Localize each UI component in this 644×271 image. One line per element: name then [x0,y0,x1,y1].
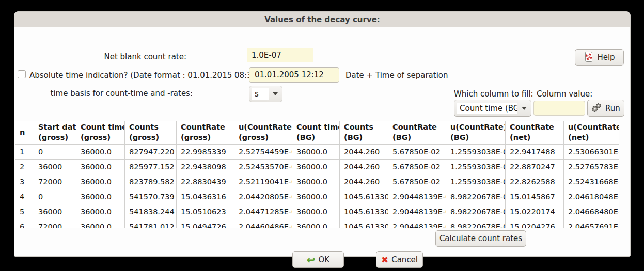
run-button-label: Run [605,104,620,113]
table-cell[interactable]: 2044.260 [340,174,388,189]
table-row[interactable]: 37200036000.0823789.58222.88304392.52119… [15,174,619,189]
table-cell[interactable]: 825977.152 [125,160,177,174]
table-cell[interactable]: 36000.0 [76,219,125,228]
table-cell[interactable]: 2.04618048E-02 [564,189,619,204]
table-cell[interactable]: 2044.260 [340,145,388,160]
table-cell[interactable]: 22.8262588 [506,174,564,189]
table-cell[interactable]: 15.0494726 [177,219,234,228]
time-basis-label: time basis for count-time and -rates: [14,89,193,98]
ok-button[interactable]: ↩ OK [292,251,344,268]
table-cell[interactable]: 36000.0 [292,174,340,189]
table-cell[interactable]: 72000 [34,219,76,228]
table-cell[interactable]: 36000.0 [76,145,125,160]
table-cell[interactable]: 15.0510623 [177,204,234,219]
table-cell[interactable]: 2.53066301E-02 [564,145,619,160]
table-cell[interactable]: 1.25593038E-03 [446,174,506,189]
table-cell[interactable]: 541838.244 [125,204,177,219]
calculate-count-rates-button[interactable]: Calculate count rates [435,230,526,247]
table-cell[interactable]: 0 [34,189,76,204]
table-cell[interactable]: 4 [15,189,34,204]
table-cell[interactable]: 541781.012 [125,219,177,228]
table-cell[interactable]: 2 [15,160,34,174]
help-button-label: Help [597,53,615,62]
time-basis-dropdown[interactable]: s [249,86,282,102]
table-cell[interactable]: 541570.739 [125,189,177,204]
table-cell[interactable]: 15.0220174 [506,204,564,219]
table-cell[interactable]: 1 [15,145,34,160]
absolute-time-checkbox[interactable] [18,70,26,78]
table-cell[interactable]: 72000 [34,174,76,189]
table-cell[interactable]: 36000.0 [76,174,125,189]
column-header: CountRate(net) [506,121,564,145]
table-cell[interactable]: 36000.0 [292,160,340,174]
table-cell[interactable]: 0 [34,145,76,160]
table-cell[interactable]: 2.52453570E-02 [234,160,292,174]
table-row[interactable]: 1036000.0827947.22022.99853392.52754459E… [15,145,619,160]
table-cell[interactable]: 1.25593038E-03 [446,145,506,160]
table-cell[interactable]: 15.0204276 [506,219,564,228]
decay-values-table: nStart date(gross)Count time(gross)Count… [15,121,619,228]
table-cell[interactable]: 2.90448139E-02 [388,204,446,219]
table-cell[interactable]: 36000.0 [292,219,340,228]
table-cell[interactable]: 2.04657691E-02 [564,219,619,228]
table-cell[interactable]: 36000 [34,160,76,174]
table-cell[interactable]: 1045.61330 [340,219,388,228]
table-cell[interactable]: 1045.61330 [340,189,388,204]
cancel-button[interactable]: ✖ Cancel [376,251,423,268]
table-cell[interactable]: 2.04460486E-02 [234,219,292,228]
table-cell[interactable]: 5.67850E-02 [388,174,446,189]
table-cell[interactable]: 36000.0 [292,189,340,204]
table-row[interactable]: 67200036000.0541781.01215.04947262.04460… [15,219,619,228]
table-cell[interactable]: 2.04420805E-02 [234,189,292,204]
table-cell[interactable]: 22.8830439 [177,174,234,189]
table-cell[interactable]: 22.9438098 [177,160,234,174]
table-cell[interactable]: 5 [15,204,34,219]
table-cell[interactable]: 2044.260 [340,160,388,174]
table-cell[interactable]: 2.04668480E-02 [564,204,619,219]
separation-label: Date + Time of separation [345,71,448,80]
table-cell[interactable]: 2.52754459E-02 [234,145,292,160]
table-cell[interactable]: 15.0436316 [177,189,234,204]
table-cell[interactable]: 1.25593038E-03 [446,160,506,174]
run-button[interactable]: Run [587,100,624,117]
dialog-titlebar: Values of the decay curve: [14,12,630,27]
table-cell[interactable]: 36000.0 [292,145,340,160]
column-value-input[interactable] [533,101,585,116]
table-cell[interactable]: 22.9417488 [506,145,564,160]
column-header: n [15,121,34,145]
table-cell[interactable]: 2.90448139E-02 [388,189,446,204]
table-cell[interactable]: 15.0145867 [506,189,564,204]
net-blank-count-rate-input[interactable] [247,48,313,62]
table-cell[interactable]: 5.67850E-02 [388,160,446,174]
table-cell[interactable]: 2.52119041E-02 [234,174,292,189]
table-cell[interactable]: 2.90448139E-02 [388,219,446,228]
table-cell[interactable]: 2.52765783E-02 [564,160,619,174]
table-cell[interactable]: 1045.61330 [340,204,388,219]
table-cell[interactable]: 823789.582 [125,174,177,189]
table-cell[interactable]: 2.04471285E-02 [234,204,292,219]
table-cell[interactable]: 36000.0 [76,160,125,174]
table-cell[interactable]: 36000 [34,204,76,219]
table-row[interactable]: 53600036000.0541838.24415.05106232.04471… [15,204,619,219]
table-cell[interactable]: 8.98220678E-04 [446,219,506,228]
table-cell[interactable]: 827947.220 [125,145,177,160]
which-column-dropdown[interactable]: Count time (BG) [454,100,531,117]
column-header: Start date(gross) [34,121,76,145]
table-cell[interactable]: 5.67850E-02 [388,145,446,160]
table-cell[interactable]: 6 [15,219,34,228]
table-row[interactable]: 4036000.0541570.73915.04363162.04420805E… [15,189,619,204]
table-cell[interactable]: 8.98220678E-04 [446,189,506,204]
column-header: Counts(gross) [125,121,177,145]
separation-datetime-input[interactable] [249,67,339,83]
table-cell[interactable]: 8.98220678E-04 [446,204,506,219]
table-cell[interactable]: 36000.0 [76,189,125,204]
table-cell[interactable]: 2.52431668E-02 [564,174,619,189]
decay-values-table-container[interactable]: nStart date(gross)Count time(gross)Count… [15,121,619,228]
help-button[interactable]: Help [575,49,624,66]
table-cell[interactable]: 36000.0 [292,204,340,219]
table-cell[interactable]: 22.8870247 [506,160,564,174]
table-cell[interactable]: 36000.0 [76,204,125,219]
table-cell[interactable]: 3 [15,174,34,189]
table-cell[interactable]: 22.9985339 [177,145,234,160]
table-row[interactable]: 23600036000.0825977.15222.94380982.52453… [15,160,619,174]
